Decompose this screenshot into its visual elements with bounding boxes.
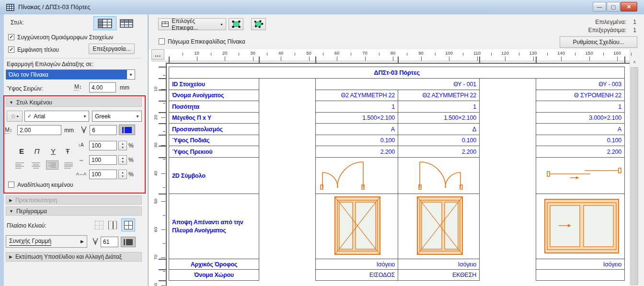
row-label-cell[interactable]: ID Στοιχείου <box>169 78 259 90</box>
select-area-button[interactable] <box>229 18 243 30</box>
table-cell[interactable]: Θ2 ΑΣΥΜΜΕΤΡΗ 22 <box>315 90 398 101</box>
scrollbar-thumb[interactable] <box>631 67 638 285</box>
align-left-button[interactable] <box>13 161 26 170</box>
table-cell[interactable]: Θ2 ΑΣΥΜΜΕΤΡΗ 22 <box>398 90 480 101</box>
table-cell[interactable]: 3.000×2.100 <box>536 112 625 124</box>
cell-frame-all-button[interactable] <box>121 218 135 231</box>
line-spacing-stepper[interactable]: ▴▾ <box>118 141 127 150</box>
text-pen-field[interactable]: 6 <box>90 125 117 135</box>
table-cell[interactable]: 2.200 <box>315 146 398 158</box>
window-titlebar[interactable]: Πίνακας / ΔΠΣτ-03 Πόρτες — ▢ ✕ <box>0 0 644 14</box>
h-ruler-number: 20 <box>222 50 228 56</box>
text-size-field[interactable]: 2.00 <box>17 125 61 135</box>
outline-pen-color-chip[interactable] <box>121 237 136 247</box>
ruler-options-button[interactable]: ... <box>151 49 164 60</box>
row-label-cell[interactable]: Μέγεθος Π x Υ <box>169 112 259 124</box>
cell-frame-vertical-button[interactable] <box>107 220 118 230</box>
align-center-button[interactable] <box>30 161 42 170</box>
row-label-cell[interactable]: 2D Σύμβολο <box>169 157 259 194</box>
style-label: Στυλ: <box>11 19 23 26</box>
row-label-cell[interactable]: Άποψη Απέναντι από την Πλευρά Ανοίγματος <box>169 194 259 259</box>
text-style-section-header[interactable]: ▼ Στυλ Κειμένου <box>6 98 142 107</box>
table-cell[interactable]: Α <box>315 123 398 135</box>
edit-title-button[interactable]: Επεξεργασία... <box>89 44 135 54</box>
h-ruler-tick <box>253 57 253 61</box>
h-ruler-guide-tick <box>624 57 625 64</box>
scroll-up-button[interactable]: ∧ <box>630 57 639 66</box>
table-cell[interactable]: Ισόγειο <box>536 259 625 270</box>
minimize-button[interactable]: — <box>593 2 606 11</box>
table-cell[interactable]: ΕΚΘΕΣΗ <box>398 269 480 281</box>
table-cell[interactable]: Δ <box>398 123 480 135</box>
show-title-checkbox[interactable]: ✓ <box>8 46 14 53</box>
width-factor-stepper[interactable]: ▴▾ <box>118 155 127 165</box>
text-wrap-checkbox[interactable] <box>8 182 14 188</box>
table-cell[interactable]: 0.100 <box>315 135 398 146</box>
table-title-cell[interactable]: ΔΠΣτ-03 Πόρτες <box>169 67 625 79</box>
table-cell[interactable]: Ισόγειο <box>398 259 480 270</box>
outline-pen-field[interactable]: 61 <box>101 237 118 247</box>
width-factor-field[interactable]: 100 <box>89 155 117 165</box>
h-ruler-minor-tick <box>435 53 436 56</box>
close-button[interactable]: ✕ <box>621 2 637 11</box>
outline-section-header[interactable]: ▼ Περίγραμμα <box>6 206 142 216</box>
row-label-cell[interactable]: Όνομα Ανοίγματος <box>169 90 259 101</box>
table-cell[interactable]: 2.200 <box>536 146 625 158</box>
row-label-cell[interactable]: Αρχικός Όροφος <box>169 259 259 270</box>
maximize-button[interactable]: ▢ <box>607 2 620 11</box>
row-height-field[interactable]: 4.00 <box>89 82 116 92</box>
apply-scope-select[interactable]: Όλο τον Πίνακα ▾ <box>6 69 135 80</box>
table-cell[interactable]: 1.500×2.100 <box>398 112 480 124</box>
row-label-cell[interactable]: Όνομα Χώρου <box>169 269 259 281</box>
table-cell[interactable]: 1 <box>315 101 398 113</box>
font-select[interactable]: ✓Arial ▾ <box>24 111 89 122</box>
text-pen-color-chip[interactable] <box>119 125 135 135</box>
table-cell[interactable]: Θ ΣΥΡΟΜΕΝΗ 22 <box>536 90 625 101</box>
table-cell[interactable]: Ισόγειο <box>315 259 398 270</box>
door-2d-symbol-asymmetric-right <box>401 158 465 191</box>
script-select[interactable]: Greek ▾ <box>92 111 142 122</box>
table-style-left-header-button[interactable] <box>93 16 116 30</box>
v-ruler-guide-tick <box>159 112 166 113</box>
line-spacing-field[interactable]: 100 <box>89 141 117 150</box>
table-cell[interactable]: 2.200 <box>398 146 480 158</box>
strikethrough-button[interactable]: Ŧ <box>61 146 74 156</box>
v-ruler-minor-tick <box>163 103 165 103</box>
select-polygon-button[interactable] <box>251 18 266 30</box>
table-cell[interactable]: Α <box>536 123 625 135</box>
table-cell[interactable]: ΘΥ - 003 <box>536 78 625 90</box>
align-right-button[interactable] <box>46 160 58 170</box>
underline-button[interactable]: Y <box>47 146 59 156</box>
tracking-stepper[interactable]: ▴▾ <box>118 170 127 179</box>
cell-frame-none-button[interactable] <box>94 220 104 230</box>
h-ruler-tick <box>337 57 337 61</box>
tracking-field[interactable]: 100 <box>89 170 117 179</box>
table-cell[interactable]: 1.500×2.100 <box>315 112 398 124</box>
table-cell[interactable]: 1 <box>398 101 480 113</box>
preview-section-header[interactable]: ▶ Προεπισκόπηση <box>6 195 142 205</box>
table-cell[interactable]: ΘΥ - 001 <box>315 78 480 90</box>
table-cell[interactable] <box>536 269 625 281</box>
v-ruler-number: 50 <box>153 199 158 204</box>
freeze-header-checkbox[interactable] <box>159 38 165 45</box>
row-label-cell[interactable]: Ύψος Ποδιάς <box>169 135 259 146</box>
triangle-down-icon: ▼ <box>9 209 13 214</box>
merge-uniform-items-checkbox[interactable]: ✓ <box>8 34 14 40</box>
favorite-text-style-button[interactable]: ☆ ▸ <box>7 111 23 122</box>
footer-section-header[interactable]: ▶ Εκτύπωση Υποσέλιδου και Αλλαγή Διάταξ <box>6 252 142 262</box>
drawing-settings-button[interactable]: Ρυθμίσεις Σχεδίου... <box>560 36 637 48</box>
table-cell[interactable]: 1 <box>536 101 625 113</box>
table-cell[interactable]: 0.100 <box>536 135 625 146</box>
row-label-cell[interactable]: Ποσότητα <box>169 101 259 113</box>
header-options-button[interactable]: Επιλογές Επικεφα... ▸ <box>158 18 226 30</box>
row-label-cell[interactable]: Ύψος Πρεκιού <box>169 146 259 158</box>
align-justify-button[interactable] <box>62 161 75 170</box>
italic-button[interactable]: Π <box>31 146 43 156</box>
table-cell[interactable]: 0.100 <box>398 135 480 146</box>
table-cell[interactable]: ΕΙΣΟΔΟΣ <box>315 269 398 281</box>
bold-button[interactable]: E <box>15 146 28 156</box>
row-label-cell[interactable]: Προσανατολισμός <box>169 123 259 135</box>
star-icon: ☆ <box>11 113 16 120</box>
table-style-top-header-button[interactable] <box>119 18 134 29</box>
line-type-select[interactable]: Συνεχής Γραμμή ▶ <box>6 235 87 248</box>
